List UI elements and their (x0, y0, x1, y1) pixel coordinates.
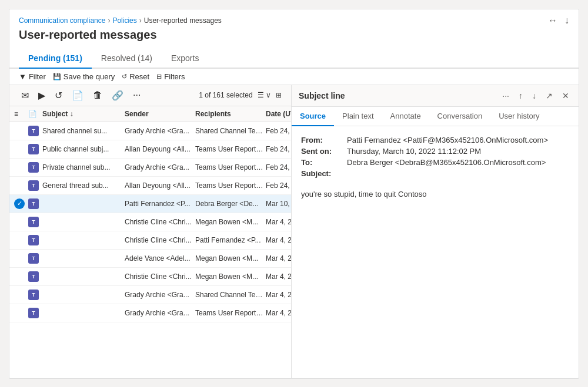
row-icon: T (28, 290, 42, 300)
delete-icon[interactable]: 🗑 (91, 89, 105, 102)
sent-label: Sent on: (301, 147, 342, 156)
detail-down-icon[interactable]: ↓ (530, 90, 539, 102)
detail-tabs: Source Plain text Annotate Conversation … (292, 107, 579, 126)
col-icon: 📄 (28, 110, 42, 118)
row-recipients: Megan Bowen <M... (195, 254, 266, 263)
table-row[interactable]: TPublic channel subj...Allan Deyoung <Al… (9, 140, 291, 159)
sent-value: Thursday, March 10, 2022 11:12:02 PM (347, 147, 481, 156)
tab-resolved[interactable]: Resolved (14) (92, 49, 162, 69)
col-date[interactable]: Date (UTC) (266, 110, 292, 118)
breadcrumb-link-policies[interactable]: Policies (112, 16, 136, 25)
save-query-button[interactable]: 💾 Save the query (53, 72, 115, 81)
row-subject: Public channel subj... (42, 145, 125, 153)
tab-conversation[interactable]: Conversation (429, 107, 491, 126)
row-icon: T (28, 180, 42, 191)
row-recipients: Teams User Reporti... (195, 309, 266, 317)
row-sender: Grady Archie <Gra... (125, 163, 195, 171)
row-recipients: Teams User Reporti... (195, 163, 266, 171)
tab-pending[interactable]: Pending (151) (19, 49, 92, 69)
row-recipients: Teams User Reporti... (195, 181, 266, 190)
view-toggle-icon[interactable]: ☰ ∨ (258, 91, 271, 99)
tab-plain-text[interactable]: Plain text (334, 107, 382, 126)
row-sender: Allan Deyoung <All... (125, 145, 195, 153)
save-query-label: Save the query (64, 72, 115, 81)
table-row[interactable]: TGeneral thread sub...Allan Deyoung <All… (9, 177, 291, 195)
to-label: To: (301, 158, 342, 167)
email-sent-row: Sent on: Thursday, March 10, 2022 11:12:… (301, 147, 569, 156)
table-row[interactable]: TShared channel su...Grady Archie <Gra..… (9, 122, 291, 140)
tab-source[interactable]: Source (292, 107, 334, 126)
main-tabs: Pending (151) Resolved (14) Exports (9, 49, 579, 69)
table-row[interactable]: TChristie Cline <Chri...Megan Bowen <M..… (9, 268, 291, 286)
reset-button[interactable]: ↺ Reset (122, 72, 149, 81)
filter-icon: ▼ (19, 72, 26, 81)
forward-icon[interactable]: ▶ (36, 89, 48, 102)
row-sender: Christie Cline <Chri... (125, 218, 195, 226)
tab-exports[interactable]: Exports (162, 49, 208, 69)
email-icon[interactable]: ✉ (19, 89, 31, 102)
document-icon[interactable]: 📄 (69, 89, 86, 102)
row-date: Feb 24, 202 (266, 127, 291, 135)
table-row[interactable]: TGrady Archie <Gra...Teams User Reporti.… (9, 304, 291, 322)
row-recipients: Debra Berger <De... (195, 200, 266, 208)
reset-label: Reset (129, 72, 149, 81)
tab-user-history[interactable]: User history (490, 107, 547, 126)
row-recipients: Shared Channel Tes... (195, 291, 266, 299)
detail-expand-icon[interactable]: ↗ (543, 90, 555, 102)
row-sender: Christie Cline <Chri... (125, 272, 195, 281)
refresh-icon[interactable]: ↺ (52, 89, 65, 102)
email-subject-row: Subject: (301, 169, 569, 178)
filter-label: Filter (29, 72, 46, 81)
table-body: TShared channel su...Grady Archie <Gra..… (9, 122, 291, 378)
row-date: Mar 4, 202 (266, 218, 291, 226)
more-icon[interactable]: ··· (131, 89, 143, 102)
row-icon: T (28, 217, 42, 227)
col-recipients[interactable]: Recipients (195, 110, 266, 118)
reset-icon: ↺ (122, 73, 127, 80)
filters-button[interactable]: ⊟ Filters (156, 72, 185, 81)
email-from-row: From: Patti Fernandez <PattiF@M365x45210… (301, 136, 569, 144)
row-date: Mar 4, 202 (266, 254, 291, 263)
col-subject[interactable]: Subject ↓ (42, 110, 125, 118)
table-row[interactable]: ✓TPatti Fernandez <P...Debra Berger <De.… (9, 195, 291, 213)
row-recipients: Megan Bowen <M... (195, 218, 266, 226)
filter-button[interactable]: ▼ Filter (19, 72, 46, 81)
detail-up-icon[interactable]: ↑ (516, 90, 525, 102)
detail-ellipsis[interactable]: ··· (500, 90, 512, 102)
breadcrumb-sep-1: › (108, 16, 110, 25)
row-recipients: Teams User Reporti... (195, 145, 266, 153)
grid-icon[interactable]: ⊞ (276, 91, 282, 99)
from-label: From: (301, 136, 342, 144)
download-icon[interactable]: ↓ (564, 15, 569, 26)
tab-annotate[interactable]: Annotate (382, 107, 429, 126)
col-sender[interactable]: Sender (125, 110, 195, 118)
row-date: Feb 24, 202 (266, 145, 291, 153)
row-sender: Christie Cline <Chri... (125, 236, 195, 244)
row-sender: Adele Vance <Adel... (125, 254, 195, 263)
save-icon: 💾 (53, 73, 61, 80)
table-row[interactable]: TChristie Cline <Chri...Megan Bowen <M..… (9, 213, 291, 231)
expand-icon[interactable]: ↔ (548, 15, 557, 26)
row-date: Feb 24, 202 (266, 181, 291, 190)
table-row[interactable]: TChristie Cline <Chri...Patti Fernandez … (9, 231, 291, 250)
row-date: Feb 24, 202 (266, 163, 291, 171)
link-icon[interactable]: 🔗 (109, 89, 126, 102)
row-date: Mar 4, 202 (266, 236, 291, 244)
row-icon: T (28, 308, 42, 318)
email-content: From: Patti Fernandez <PattiF@M365x45210… (292, 126, 579, 378)
detail-panel: Subject line ··· ↑ ↓ ↗ ✕ Source Plain te… (292, 85, 579, 378)
detail-close-icon[interactable]: ✕ (560, 90, 572, 102)
row-date: Mar 4, 202 (266, 291, 291, 299)
detail-header: Subject line ··· ↑ ↓ ↗ ✕ (292, 85, 579, 107)
row-check[interactable]: ✓ (14, 198, 28, 209)
table-row[interactable]: TAdele Vance <Adel...Megan Bowen <M...Ma… (9, 250, 291, 268)
row-sender: Grady Archie <Gra... (125, 291, 195, 299)
email-body: you're so stupid, time to quit Contoso (301, 190, 569, 198)
toolbar: ✉ ▶ ↺ 📄 🗑 🔗 ··· 1 of 161 selected ☰ ∨ ⊞ (9, 85, 291, 106)
table-row[interactable]: TPrivate channel sub...Grady Archie <Gra… (9, 159, 291, 177)
table-row[interactable]: TGrady Archie <Gra...Shared Channel Tes.… (9, 286, 291, 304)
filters-icon: ⊟ (156, 73, 162, 80)
breadcrumb-link-compliance[interactable]: Communication compliance (19, 16, 105, 25)
row-recipients: Megan Bowen <M... (195, 272, 266, 281)
row-sender: Allan Deyoung <All... (125, 181, 195, 190)
